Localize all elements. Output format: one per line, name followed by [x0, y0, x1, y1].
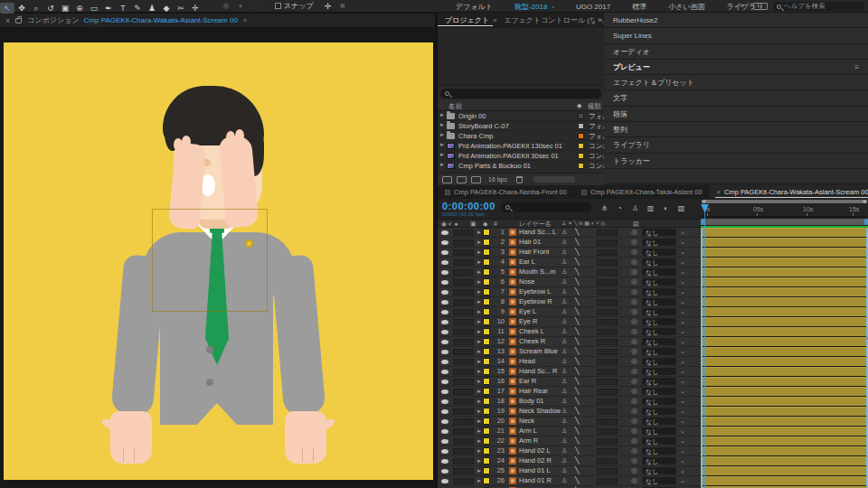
chevron-down-icon[interactable]: ⌄: [680, 267, 685, 277]
camera-tool[interactable]: ▣: [58, 3, 72, 14]
frame-blend-toggle[interactable]: [597, 359, 603, 365]
frame-blend-toggle[interactable]: [597, 379, 603, 385]
threed-toggle[interactable]: [611, 468, 618, 474]
layer-duration-bar[interactable]: [701, 436, 868, 446]
layer-name[interactable]: Hair Front: [519, 248, 561, 257]
motion-blur-toggle[interactable]: [604, 389, 610, 395]
layer-duration-bar[interactable]: [701, 407, 868, 416]
layer-row[interactable]: ► 8 Eyebrow R ♙ ╲ ◎ なし ⌄: [438, 297, 701, 307]
shy-icon[interactable]: ♙: [561, 317, 567, 326]
frame-blend-toggle[interactable]: [597, 299, 603, 305]
motion-blur-toggle[interactable]: [604, 279, 610, 286]
chevron-down-icon[interactable]: ⌄: [680, 476, 685, 485]
threed-toggle[interactable]: [611, 249, 618, 256]
layer-bounding-box[interactable]: [152, 209, 268, 312]
eye-icon[interactable]: [441, 340, 448, 344]
side-panel-tab[interactable]: 文字 ≡: [604, 90, 868, 106]
lock-toggle[interactable]: [467, 458, 474, 465]
layer-name[interactable]: Neck Shadow: [519, 407, 561, 416]
layer-label-chip[interactable]: [483, 318, 490, 325]
layer-duration-bar[interactable]: [701, 417, 868, 426]
solo-toggle[interactable]: [460, 279, 467, 286]
quality-icon[interactable]: ╲: [575, 357, 580, 366]
workspace-overflow-chevron[interactable]: »: [740, 1, 744, 10]
chevron-down-icon[interactable]: ⌄: [680, 287, 685, 296]
frame-blend-toggle[interactable]: [597, 309, 603, 315]
workspace-tab[interactable]: 小さい画面: [657, 2, 715, 12]
chevron-down-icon[interactable]: ⌄: [680, 297, 685, 306]
panel-collapse-arrow[interactable]: ◂: [864, 334, 868, 342]
layer-row[interactable]: ► 7 Eyebrow L ♙ ╲ ◎ なし ⌄: [438, 287, 701, 297]
solo-toggle[interactable]: [460, 239, 467, 246]
twirl-icon[interactable]: ►: [476, 446, 482, 455]
eye-icon[interactable]: [441, 240, 448, 245]
parent-pickwhip-icon[interactable]: ◎: [631, 228, 637, 237]
type-tool[interactable]: T: [116, 3, 130, 14]
shy-icon[interactable]: ♙: [561, 436, 567, 446]
shy-icon[interactable]: ♙: [561, 297, 567, 306]
layer-row[interactable]: ► 2 Hair 01 ♙ ╲ ◎ なし ⌄: [438, 238, 701, 248]
lock-toggle[interactable]: [467, 259, 474, 266]
audio-toggle[interactable]: [453, 408, 459, 415]
layer-row[interactable]: ► 5 Mouth S...m ♙ ╲ ◎ なし ⌄: [438, 267, 701, 277]
layer-name[interactable]: Cheek R: [519, 337, 561, 346]
layer-row[interactable]: ► 23 Hand 02 L ♙ ╲ ◎ なし ⌄: [438, 446, 701, 456]
layer-row[interactable]: ► 25 Hand 01 L ♙ ╲ ◎ なし ⌄: [438, 466, 701, 476]
frame-blend-toggle[interactable]: [597, 428, 603, 435]
layer-row[interactable]: ► 26 Hand 01 R ♙ ╲ ◎ なし ⌄: [438, 476, 701, 486]
lock-toggle[interactable]: [467, 399, 474, 405]
frame-blend-toggle[interactable]: [597, 448, 603, 455]
chevron-down-icon[interactable]: ⌄: [680, 456, 685, 465]
layer-name[interactable]: Scream Blue: [519, 347, 561, 356]
layer-row[interactable]: ► 4 Ear L ♙ ╲ ◎ なし ⌄: [438, 258, 701, 267]
chevron-down-icon[interactable]: ⌄: [680, 248, 685, 257]
frame-blend-toggle[interactable]: [597, 438, 603, 445]
layer-label-chip[interactable]: [483, 378, 490, 385]
eye-icon[interactable]: [441, 280, 448, 285]
parent-dropdown[interactable]: なし: [642, 328, 676, 335]
twirl-icon[interactable]: ►: [476, 456, 482, 465]
twirl-icon[interactable]: ►: [476, 476, 482, 485]
parent-pickwhip-icon[interactable]: ◎: [631, 297, 637, 306]
quality-icon[interactable]: ╲: [575, 267, 580, 277]
quality-icon[interactable]: ╲: [575, 337, 580, 346]
layer-label-chip[interactable]: [483, 278, 490, 286]
parent-pickwhip-icon[interactable]: ◎: [631, 307, 637, 316]
layer-name[interactable]: Arm R: [519, 436, 561, 446]
solo-toggle[interactable]: [460, 349, 467, 355]
audio-toggle[interactable]: [453, 448, 459, 455]
rotation-tool[interactable]: ↺: [43, 3, 58, 14]
solo-toggle[interactable]: [460, 319, 467, 325]
motion-blur-toggle[interactable]: [604, 349, 610, 355]
quality-icon[interactable]: ╲: [575, 367, 580, 376]
layer-name[interactable]: Ear R: [519, 377, 561, 386]
side-panel-tab[interactable]: プレビュー ≡: [604, 60, 868, 75]
time-ruler[interactable]: 0s05s10s15s: [701, 204, 868, 217]
current-timecode[interactable]: 0:00:00:00: [442, 201, 495, 211]
interpret-footage-icon[interactable]: [442, 176, 452, 183]
layer-duration-bar[interactable]: [701, 357, 868, 366]
motion-blur-toggle[interactable]: [604, 249, 610, 256]
eye-icon[interactable]: [441, 469, 448, 474]
audio-toggle[interactable]: [453, 249, 459, 256]
quality-icon[interactable]: ╲: [575, 248, 580, 257]
quality-icon[interactable]: ╲: [575, 427, 580, 436]
item-label-chip[interactable]: [578, 163, 584, 169]
lock-toggle[interactable]: [467, 349, 474, 355]
audio-toggle[interactable]: [453, 319, 459, 325]
eye-icon[interactable]: [441, 479, 448, 483]
layer-label-chip[interactable]: [483, 388, 490, 395]
quality-icon[interactable]: ╲: [575, 417, 580, 426]
layer-label-chip[interactable]: [483, 358, 490, 365]
parent-pickwhip-icon[interactable]: ◎: [631, 456, 637, 465]
shy-icon[interactable]: ♙: [561, 307, 567, 316]
solo-toggle[interactable]: [460, 259, 467, 266]
brush-tool[interactable]: ✎: [130, 3, 145, 14]
frame-blend-toggle[interactable]: [597, 399, 603, 405]
quality-icon[interactable]: ╲: [575, 436, 580, 446]
motion-blur-toggle[interactable]: [604, 230, 610, 236]
lock-toggle[interactable]: [467, 428, 474, 435]
audio-toggle[interactable]: [453, 359, 459, 365]
layer-duration-bar[interactable]: [701, 327, 868, 336]
eye-icon[interactable]: [441, 459, 448, 464]
